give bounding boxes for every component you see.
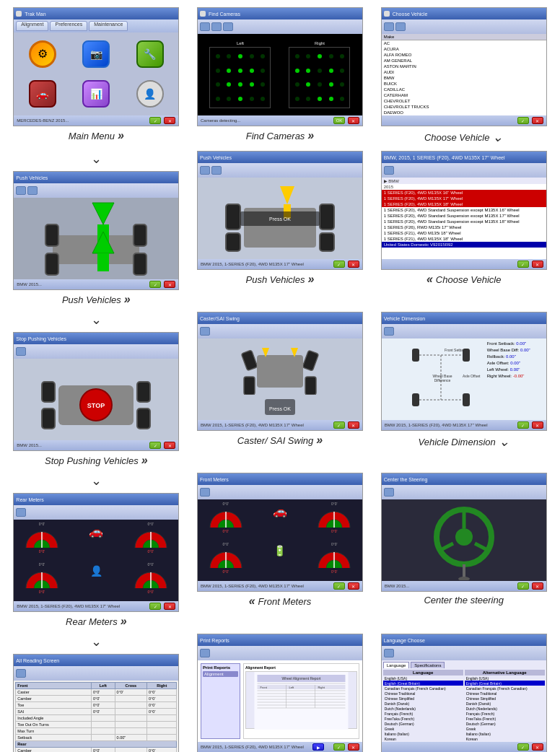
x-btn-cam[interactable]: ✕ (348, 117, 359, 124)
alt-lang-item-english-gb[interactable]: English (Great Britain) (465, 681, 545, 686)
ok-btn-pv2[interactable]: ✓ (333, 261, 345, 268)
alt-lang-item-english-usa[interactable]: English (USA) (465, 676, 545, 681)
ok-btn-cv2[interactable]: ✓ (517, 261, 529, 268)
alt-lang-item-korean[interactable]: Korean (465, 736, 545, 741)
sidebar-item-alignment[interactable]: Alignment (203, 671, 238, 677)
bmw-series-7[interactable]: 1 SERIES (F26), RWD M135i 17" Wheel (382, 224, 546, 230)
lang-item-english-usa[interactable]: English (USA) (383, 676, 463, 681)
lang-item-english-gb[interactable]: English (Great Britain) (383, 681, 463, 686)
vehicle-item-buick[interactable]: BUICK (382, 81, 546, 87)
lang-item-dutch[interactable]: Dutch (Nederlands) (383, 706, 463, 711)
tab-preferences[interactable]: Preferences (50, 21, 87, 31)
lang-item-danish[interactable]: Danish (Dansk) (383, 701, 463, 706)
x-btn-cts[interactable]: ✕ (532, 582, 543, 590)
alt-lang-item-dutch[interactable]: Dutch (Nederlands) (465, 706, 545, 711)
ok-btn-sp[interactable]: ✓ (149, 442, 161, 449)
vehicle-item-aston[interactable]: ASTON MARTIN (382, 64, 546, 69)
x-btn-sp[interactable]: ✕ (164, 442, 175, 449)
menu-icon-2[interactable]: 📷 (82, 40, 110, 68)
ok-btn-pr[interactable]: ✓ (333, 743, 345, 751)
menu-icon-1[interactable]: ⚙ (29, 40, 56, 68)
alt-lang-item-french[interactable]: Français (French) (465, 711, 545, 716)
content-cv2[interactable]: ▶ BMW 2015 1 SERIES (F20), 4WD M135X 16"… (382, 178, 546, 259)
lang-item-german[interactable]: Deutsch (German) (383, 721, 463, 726)
lang-item-chinese-simp[interactable]: Chinese Simplified (383, 696, 463, 701)
lang-item-italian[interactable]: Italiano (Italian) (383, 731, 463, 736)
lang-item-canadian[interactable]: Canadian Français (French Canadian) (383, 686, 463, 691)
vehicle-item-acura[interactable]: ACURA (382, 46, 546, 52)
alt-lang-item-italian[interactable]: Italiano (Italian) (465, 731, 545, 736)
x-btn-pr[interactable]: ✕ (348, 743, 359, 751)
toolbar-icon-cam-2 (211, 22, 222, 31)
bmw-series-8[interactable]: 1 SERIES (F21), 4WD M135i 18" Wheel (382, 230, 546, 236)
x-btn-fm[interactable]: ✕ (348, 582, 359, 590)
x-btn-rm[interactable]: ✕ (164, 603, 175, 610)
tab-alignment[interactable]: Alignment (16, 21, 48, 31)
print-btn[interactable]: ▶ (312, 743, 324, 751)
alt-lang-item-portuguese[interactable]: Português (Portuguese) (465, 741, 545, 742)
tab-maintenance[interactable]: Maintenance (89, 21, 128, 31)
lang-item-portuguese[interactable]: Português (Portuguese) (383, 741, 463, 742)
alt-lang-item-canadian[interactable]: Canadian Français (French Canadian) (465, 686, 545, 691)
vehicle-item-ac[interactable]: AC (382, 40, 546, 46)
lang-item-free7aka[interactable]: Free7aka (French) (383, 716, 463, 721)
menu-icon-4[interactable]: 🚗 (29, 80, 56, 108)
x-btn-cv1[interactable]: ✕ (532, 117, 543, 124)
alt-lang-item-danish[interactable]: Danish (Dansk) (465, 701, 545, 706)
vehicle-item-chevt[interactable]: CHEVROLET TRUCKS (382, 104, 546, 110)
ok-btn-fm[interactable]: ✓ (333, 582, 345, 590)
lang-tab-language[interactable]: Language (383, 662, 410, 668)
x-btn-cs[interactable]: ✕ (348, 421, 359, 429)
vehicle-item-cat[interactable]: CATERHAM (382, 92, 546, 98)
x-btn-main-menu[interactable]: ✕ (164, 117, 175, 124)
vehicle-item-cad[interactable]: CADILLAC (382, 87, 546, 92)
x-btn-lc[interactable]: ✕ (532, 743, 543, 751)
alt-lang-item-free7aka[interactable]: Free7aka (French) (465, 716, 545, 721)
lang-item-korean[interactable]: Korean (383, 736, 463, 741)
ok-btn-cts[interactable]: ✓ (517, 582, 529, 590)
vehicle-item-chev[interactable]: CHEVROLET (382, 98, 546, 104)
lang-item-chinese-trad[interactable]: Chinese Traditional (383, 691, 463, 696)
ok-btn-cam[interactable]: OK (333, 117, 345, 124)
bmw-series-6[interactable]: 1 SERIES (F20), 4WD Standard Suspension … (382, 219, 546, 224)
x-btn-cv2[interactable]: ✕ (532, 261, 543, 268)
alt-lang-item-chinese-simp[interactable]: Chinese Simplified (465, 696, 545, 701)
vehicle-item-audi[interactable]: AUDI (382, 69, 546, 75)
vehicle-item-bmw[interactable]: BMW (382, 75, 546, 81)
bmw-series-2[interactable]: 1 SERIES (F20), 4WD M135X 17" Wheel (382, 196, 546, 201)
ok-btn-rm[interactable]: ✓ (149, 603, 161, 610)
ok-btn-lc[interactable]: ✓ (517, 743, 529, 751)
content-cv1[interactable]: Make AC ACURA ALFA ROMEO AM GENERAL ASTO… (382, 34, 546, 115)
year-2015[interactable]: 2015 (382, 184, 546, 190)
bmw-series-4[interactable]: 1 SERIES (F20), 4WD Standard Suspension … (382, 207, 546, 213)
usdomestic-cv2[interactable]: United States Domestic V92015R92 (382, 242, 546, 248)
alt-lang-item-german[interactable]: Deutsch (German) (465, 721, 545, 726)
ok-btn-main-menu[interactable]: ✓ (149, 117, 161, 124)
x-btn-pv2[interactable]: ✕ (348, 261, 359, 268)
ok-btn-pv1[interactable]: ✓ (149, 281, 161, 288)
x-btn-vd[interactable]: ✕ (532, 421, 543, 429)
alt-lang-item-greek[interactable]: Greek (465, 726, 545, 731)
content-main-menu: ⚙ 📷 🔧 🚗 📊 👤 (14, 32, 178, 115)
ok-btn-cs[interactable]: ✓ (333, 421, 345, 429)
lang-item-greek[interactable]: Greek (383, 726, 463, 731)
vehicle-item-daewoo[interactable]: DAEWOO (382, 110, 546, 115)
menu-icon-3[interactable]: 🔧 (136, 40, 164, 68)
bmw-series-3[interactable]: 1 SERIES (F20), 4WD M135X 18" Wheel (382, 201, 546, 207)
vehicle-item-alfa[interactable]: ALFA ROMEO (382, 52, 546, 58)
ok-btn-cv1[interactable]: ✓ (517, 117, 529, 124)
lang-item-french[interactable]: Français (French) (383, 711, 463, 716)
menu-icon-5[interactable]: 📊 (82, 80, 110, 108)
bmw-series-1[interactable]: 1 SERIES (F20), 4WD M135X 16" Wheel (382, 190, 546, 196)
ok-btn-vd[interactable]: ✓ (517, 421, 529, 429)
title-pr: Print Reports (200, 638, 229, 643)
menu-icon-6[interactable]: 👤 (136, 80, 164, 108)
x-btn-pv1[interactable]: ✕ (164, 281, 175, 288)
content-lc[interactable]: Language Specifications Language English… (382, 660, 546, 742)
label-rm: Rear Meters » (66, 615, 126, 628)
lang-tab-specs[interactable]: Specifications (411, 662, 445, 668)
vehicle-item-am[interactable]: AM GENERAL (382, 58, 546, 64)
bmw-series-9[interactable]: 1 SERIES (F21), 4WD M135X 18" Wheel (382, 236, 546, 242)
bmw-series-5[interactable]: 1 SERIES (F20), 4WD Standard Suspension … (382, 213, 546, 219)
alt-lang-item-chinese-trad[interactable]: Chinese Traditional (465, 691, 545, 696)
